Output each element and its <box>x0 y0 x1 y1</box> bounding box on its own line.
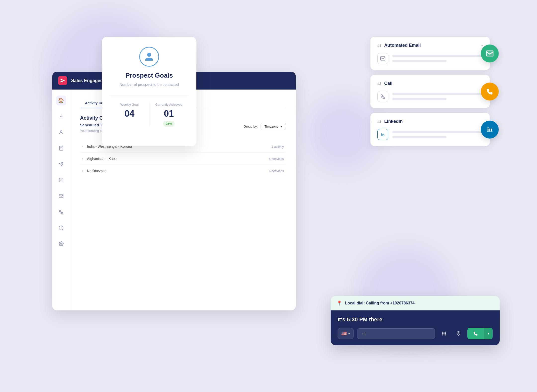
call-button-group: ▾ <box>467 328 493 339</box>
email-seq-content <box>377 53 483 64</box>
activity-location: Afghanistan - Kabul <box>87 157 269 161</box>
location-dial-icon[interactable] <box>453 328 464 339</box>
svg-point-12 <box>442 333 443 334</box>
linkedin-seq-lines <box>392 131 483 138</box>
chevron-down-icon: ▾ <box>280 125 282 128</box>
call-widget-header: 📍 Local dial: Calling from +1920786374 <box>331 296 500 310</box>
progress-badge: 25% <box>163 121 175 127</box>
weekly-goal-col: Weekly Goal 04 <box>110 103 149 127</box>
seq-line <box>392 131 483 133</box>
svg-point-5 <box>60 243 62 245</box>
phone-input[interactable] <box>357 328 435 339</box>
group-by-select[interactable]: Timezone ▾ <box>261 123 286 130</box>
weekly-goal-label: Weekly Goal <box>120 103 138 106</box>
svg-point-18 <box>458 332 459 334</box>
seq-title-call: Call <box>384 81 483 86</box>
svg-point-15 <box>442 335 443 335</box>
email-sequence-card: #1 Automated Email ▾ <box>370 37 490 70</box>
sidebar-item-phone[interactable] <box>56 207 66 217</box>
prospect-avatar <box>139 47 159 67</box>
seq-number-2: #2 <box>377 82 381 86</box>
email-card-wrapper: #1 Automated Email ▾ <box>370 37 490 70</box>
app-logo <box>58 76 67 85</box>
location-pin-icon: 📍 <box>337 300 342 306</box>
linkedin-icon: in <box>377 129 388 140</box>
call-button[interactable] <box>467 328 484 339</box>
call-dropdown-button[interactable]: ▾ <box>484 328 493 339</box>
sidebar: 🏠 <box>52 90 70 310</box>
group-by-label: Group by: <box>243 125 258 128</box>
sidebar-item-tasks[interactable] <box>56 175 66 185</box>
country-flag: 🇺🇸 <box>341 331 347 336</box>
prospect-goals-card: Prospect Goals Number of prospect to be … <box>102 37 196 146</box>
float-call-icon <box>481 83 499 100</box>
seq-line-short <box>392 98 447 100</box>
linkedin-seq-content: in <box>377 129 483 140</box>
email-seq-lines <box>392 55 483 62</box>
chevron-right-icon: › <box>82 169 83 173</box>
weekly-goal-value: 04 <box>125 108 134 119</box>
svg-point-11 <box>445 332 446 333</box>
svg-point-10 <box>444 332 445 333</box>
seq-line <box>392 55 483 57</box>
call-label: Local dial: Calling from +1920786374 <box>345 301 415 305</box>
sidebar-item-home[interactable]: 🏠 <box>56 96 66 105</box>
call-seq-lines <box>392 93 483 100</box>
call-seq-content <box>377 91 483 102</box>
seq-title-linkedin: LinkedIn <box>384 119 483 124</box>
seq-line-short <box>392 60 447 62</box>
svg-point-13 <box>444 333 445 334</box>
svg-rect-3 <box>59 194 63 197</box>
email-seq-header: #1 Automated Email ▾ <box>377 43 483 48</box>
sidebar-item-download[interactable] <box>56 111 66 121</box>
flag-chevron-icon: ▾ <box>348 332 350 335</box>
call-widget-body: It's 5:30 PM there 🇺🇸 ▾ <box>331 310 500 345</box>
seq-number-3: #3 <box>377 120 381 124</box>
linkedin-card-wrapper: #3 LinkedIn in in <box>370 113 490 146</box>
sidebar-item-send[interactable] <box>56 159 66 169</box>
svg-rect-7 <box>487 51 493 56</box>
sidebar-item-analytics[interactable] <box>56 223 66 233</box>
seq-line <box>392 93 483 95</box>
sidebar-item-docs[interactable] <box>56 143 66 153</box>
achieved-col: Currently Achieved 01 25% <box>149 103 189 127</box>
sequence-container: #1 Automated Email ▾ <box>370 37 490 146</box>
sidebar-item-user[interactable] <box>56 127 66 137</box>
call-controls: 🇺🇸 ▾ <box>338 328 493 339</box>
keypad-icon[interactable] <box>439 328 449 339</box>
activity-count: 4 activities <box>269 157 284 161</box>
achieved-label: Currently Achieved <box>155 103 182 106</box>
svg-point-0 <box>60 131 62 132</box>
chevron-right-icon: › <box>82 157 83 160</box>
prospect-title: Prospect Goals <box>126 72 173 79</box>
call-sequence-card: #2 Call <box>370 75 490 108</box>
sidebar-item-settings[interactable] <box>56 239 66 249</box>
activity-count: 6 activities <box>269 169 284 173</box>
phone-icon <box>377 91 388 102</box>
activity-location: No timezone <box>87 169 269 173</box>
group-by-row: Group by: Timezone ▾ <box>243 123 286 130</box>
country-selector[interactable]: 🇺🇸 ▾ <box>338 328 354 339</box>
call-card-wrapper: #2 Call <box>370 75 490 108</box>
svg-point-17 <box>445 335 446 335</box>
prospect-stats: Weekly Goal 04 Currently Achieved 01 25% <box>110 96 188 127</box>
float-linkedin-icon: in <box>481 121 499 139</box>
float-email-icon <box>481 45 499 62</box>
call-widget: 📍 Local dial: Calling from +1920786374 I… <box>331 296 500 345</box>
sidebar-item-mail[interactable] <box>56 191 66 201</box>
seq-title-email: Automated Email <box>384 43 478 48</box>
linkedin-seq-header: #3 LinkedIn <box>377 119 483 124</box>
seq-number-1: #1 <box>377 44 381 48</box>
svg-rect-6 <box>381 57 385 60</box>
call-seq-header: #2 Call <box>377 81 483 86</box>
achieved-value: 01 <box>164 108 174 119</box>
svg-point-16 <box>444 335 445 335</box>
activity-count: 1 activity <box>271 145 284 148</box>
linkedin-sequence-card: #3 LinkedIn in <box>370 113 490 146</box>
chevron-right-icon: › <box>82 145 83 148</box>
email-icon <box>377 53 388 64</box>
dropdown-icon[interactable]: ▾ <box>481 44 483 47</box>
activity-row[interactable]: › No timezone 6 activities <box>80 165 286 177</box>
svg-point-9 <box>442 332 443 333</box>
activity-row[interactable]: › Afghanistan - Kabul 4 activities <box>80 153 286 165</box>
